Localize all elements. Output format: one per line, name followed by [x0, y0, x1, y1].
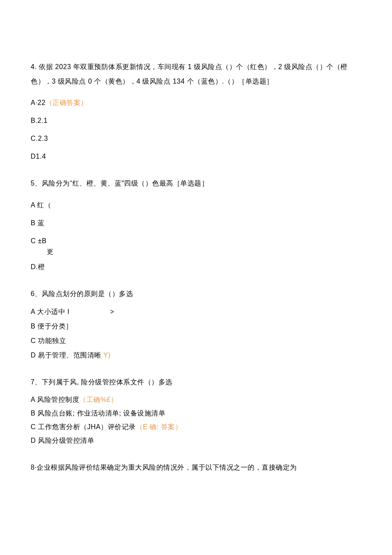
question-5-hint: 更 — [47, 248, 361, 256]
q6-optD-mark: Y) — [103, 352, 110, 359]
question-7-option-d: D 风险分级管控清单 — [31, 437, 361, 444]
question-4-stem: 4. 依据 2023 年双重预防体系更新情况，车间现有 1 级风险点（）个（红色… — [31, 60, 361, 88]
question-6-option-b: B 便于分类］ — [31, 323, 361, 330]
question-5-option-b: B 蓝 — [31, 220, 361, 227]
q7-optA-mark: （工确%£） — [79, 396, 118, 403]
question-6-option-a: A 大小适中 I> — [31, 308, 361, 315]
question-5-option-c: C ±B — [31, 238, 361, 244]
q6-optD-text: D 易于管理、范围清晰 — [31, 352, 103, 359]
q6-optA-text: A 大小适中 I — [31, 308, 69, 315]
question-7: 7、下列属于风, 险分级管控体系文件（）多选 A 风险管控制度（工确%£） B … — [31, 375, 361, 444]
question-8: 8·企业根据风险评价结果确定为重大风险的情况外，属于以下情况之一的，直接确定为 — [31, 460, 361, 475]
question-5: 5、风险分为“红、橙、黄、蓝″四级（）色最高［单选题］ A 红（ B 蓝 C ±… — [31, 176, 361, 270]
q6-optA-gt: > — [110, 308, 114, 315]
question-6-option-c: C 功能独立 — [31, 337, 361, 344]
q4-optA-correct: （正确答案） — [46, 99, 88, 106]
question-5-stem: 5、风险分为“红、橙、黄、蓝″四级（）色最高［单选题］ — [31, 176, 361, 191]
q7-optA-text: A 风险管控制度 — [31, 396, 79, 403]
question-6: 6、风险点划分的原则是（）多选 A 大小适中 I> B 便于分类］ C 功能独立… — [31, 287, 361, 359]
question-4-option-c: C.2.3 — [31, 135, 361, 142]
q7-optC-mark: （E 确: 答案） — [136, 423, 182, 430]
question-7-option-b: B 风险点台账; 作业活动清单; 设备设施清单 — [31, 410, 361, 417]
question-7-stem: 7、下列属于风, 险分级管控体系文件（）多选 — [31, 375, 361, 389]
question-8-stem: 8·企业根据风险评价结果确定为重大风险的情况外，属于以下情况之一的，直接确定为 — [31, 460, 361, 475]
question-6-stem: 6、风险点划分的原则是（）多选 — [31, 287, 361, 301]
question-4: 4. 依据 2023 年双重预防体系更新情况，车间现有 1 级风险点（）个（红色… — [31, 60, 361, 160]
question-5-option-a: A 红（ — [31, 202, 361, 209]
q7-optC-text: C 工作危害分析（JHA）评价记录 — [31, 423, 136, 430]
question-7-option-a: A 风险管控制度（工确%£） — [31, 396, 361, 403]
q4-optA-prefix: A·22 — [31, 99, 46, 106]
question-6-option-d: D 易于管理、范围清晰 Y) — [31, 352, 361, 359]
question-4-option-d: D1.4 — [31, 153, 361, 160]
question-5-option-d: D.橙 — [31, 264, 361, 270]
question-4-option-b: B.2.1 — [31, 117, 361, 124]
question-7-option-c: C 工作危害分析（JHA）评价记录（E 确: 答案） — [31, 424, 361, 430]
question-4-option-a: A·22（正确答案） — [31, 99, 361, 106]
